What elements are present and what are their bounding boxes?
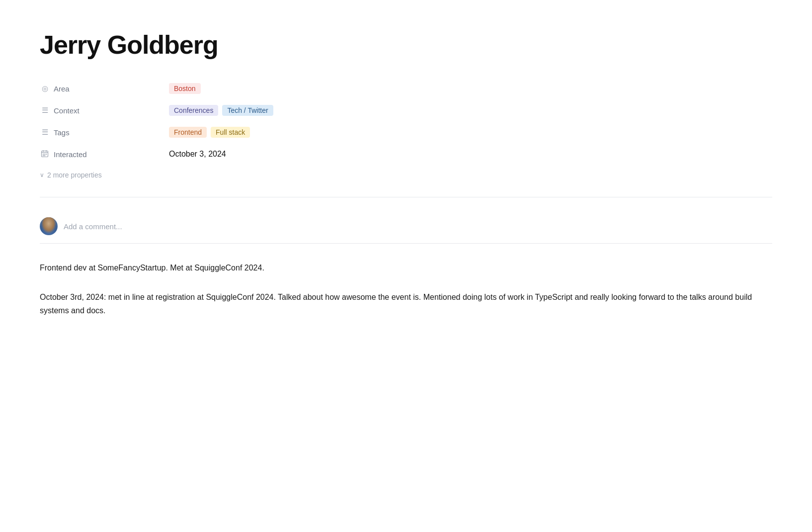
svg-rect-4 bbox=[43, 154, 44, 155]
tag-boston[interactable]: Boston bbox=[169, 83, 201, 94]
tag-frontend[interactable]: Frontend bbox=[169, 127, 207, 138]
body-intro: Frontend dev at SomeFancyStartup. Met at… bbox=[40, 262, 772, 274]
tag-fullstack[interactable]: Full stack bbox=[211, 127, 250, 138]
chevron-down-icon: ∨ bbox=[40, 172, 44, 178]
property-value-tags[interactable]: Frontend Full stack bbox=[169, 127, 250, 138]
context-label-text: Context bbox=[54, 106, 80, 115]
property-label-tags: ☰ Tags bbox=[40, 128, 169, 137]
properties-section: ◎ Area Boston ☰ Context Conferences Tech… bbox=[40, 78, 772, 183]
more-properties-label: 2 more properties bbox=[47, 171, 102, 179]
page-title: Jerry Goldberg bbox=[40, 30, 772, 60]
property-row-tags: ☰ Tags Frontend Full stack bbox=[40, 121, 772, 143]
svg-rect-7 bbox=[43, 155, 44, 156]
tags-label-text: Tags bbox=[54, 128, 70, 137]
svg-rect-6 bbox=[46, 154, 47, 155]
comment-input[interactable]: Add a comment... bbox=[64, 222, 122, 231]
body-note: October 3rd, 2024: met in line at regist… bbox=[40, 290, 772, 317]
property-value-area[interactable]: Boston bbox=[169, 83, 201, 94]
comment-section: Add a comment... bbox=[40, 209, 772, 244]
property-row-area: ◎ Area Boston bbox=[40, 78, 772, 99]
context-icon: ☰ bbox=[40, 106, 50, 115]
property-row-interacted: Interacted October 3, 2024 bbox=[40, 143, 772, 165]
property-label-interacted: Interacted bbox=[40, 150, 169, 159]
property-value-interacted[interactable]: October 3, 2024 bbox=[169, 150, 226, 159]
property-label-area: ◎ Area bbox=[40, 84, 169, 93]
avatar-image bbox=[40, 217, 58, 235]
svg-rect-5 bbox=[44, 154, 45, 155]
property-row-context: ☰ Context Conferences Tech / Twitter bbox=[40, 99, 772, 121]
tag-tech-twitter[interactable]: Tech / Twitter bbox=[222, 105, 273, 116]
comment-divider bbox=[40, 197, 772, 197]
property-label-context: ☰ Context bbox=[40, 106, 169, 115]
avatar bbox=[40, 217, 58, 235]
tags-icon: ☰ bbox=[40, 128, 50, 137]
area-icon: ◎ bbox=[40, 84, 50, 93]
svg-rect-8 bbox=[44, 155, 45, 156]
interacted-date: October 3, 2024 bbox=[169, 150, 226, 159]
property-value-context[interactable]: Conferences Tech / Twitter bbox=[169, 105, 273, 116]
interacted-label-text: Interacted bbox=[54, 150, 87, 159]
more-properties-toggle[interactable]: ∨ 2 more properties bbox=[40, 167, 772, 183]
tag-conferences[interactable]: Conferences bbox=[169, 105, 218, 116]
interacted-icon bbox=[40, 150, 50, 159]
area-label-text: Area bbox=[54, 85, 70, 93]
